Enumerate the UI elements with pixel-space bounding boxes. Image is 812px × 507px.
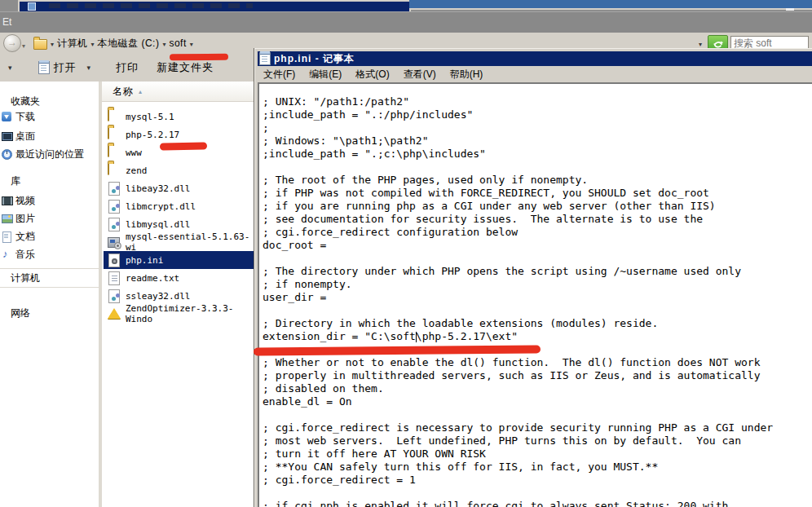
sidebar-group-network[interactable]: 网络 <box>0 306 99 320</box>
ini-file-icon <box>108 254 120 267</box>
notepad-text: ; UNIX: "/path1:/path2" ;include_path = … <box>259 84 812 507</box>
notepad-window: php.ini - 记事本 文件(F) 编辑(E) 格式(O) 查看(V) 帮助… <box>254 48 812 507</box>
installer-icon <box>108 237 120 248</box>
desktop-icon <box>2 130 12 142</box>
dll-file-icon <box>108 218 120 231</box>
text-file-icon <box>108 271 120 285</box>
sidebar-item-downloads[interactable]: 下载 <box>0 109 99 124</box>
dll-file-icon <box>108 182 120 196</box>
explorer-titlebar: Et <box>0 11 812 33</box>
menu-file[interactable]: 文件(F) <box>263 68 295 82</box>
sidebar-item-documents[interactable]: 文档 <box>0 229 99 244</box>
file-row-php-5.2.17[interactable]: php-5.2.17 <box>102 126 254 143</box>
file-row-libmcrypt[interactable]: libmcrypt.dll <box>102 197 254 215</box>
menu-edit[interactable]: 编辑(E) <box>309 68 342 82</box>
documents-icon <box>2 231 12 242</box>
recent-places-icon <box>2 148 12 160</box>
breadcrumb-local-disk-c[interactable]: 本地磁盘 (C:) <box>98 37 160 51</box>
notepad-text-area[interactable]: ; UNIX: "/path1:/path2" ;include_path = … <box>258 82 812 507</box>
background-window-title-text <box>49 3 253 8</box>
chevron-down-icon[interactable]: ▾ <box>162 41 165 48</box>
sidebar-separator <box>0 287 99 288</box>
file-row-libeay32[interactable]: libeay32.dll <box>102 179 254 197</box>
file-row-mysql-5.1[interactable]: mysql-5.1 <box>102 108 254 126</box>
text-caret <box>416 332 417 342</box>
file-row-readme[interactable]: readme.txt <box>102 269 254 287</box>
sidebar-item-recent-places[interactable]: 最近访问的位置 <box>0 147 99 161</box>
sidebar-item-pictures[interactable]: 图片 <box>0 211 99 226</box>
folder-icon <box>108 109 109 121</box>
sidebar-item-desktop[interactable]: 桌面 <box>0 129 99 143</box>
file-row-zendoptimizer[interactable]: ZendOptimizer-3.3.3-Windo <box>102 305 254 323</box>
menu-format[interactable]: 格式(O) <box>355 68 389 82</box>
explorer-titlebar-text: Et <box>2 16 11 28</box>
folder-icon <box>108 127 109 139</box>
sidebar-item-music[interactable]: 音乐 <box>0 247 99 262</box>
sidebar-item-videos[interactable]: 视频 <box>0 193 99 208</box>
annotation-underline-soft <box>170 54 228 61</box>
annotation-underline-php-folder <box>160 142 207 150</box>
forward-button[interactable]: → <box>3 34 21 52</box>
notepad-titlebar[interactable]: php.ini - 记事本 <box>258 51 812 66</box>
breadcrumb-soft[interactable]: soft <box>169 37 186 49</box>
notepad-icon <box>38 61 50 74</box>
download-icon <box>2 111 12 122</box>
breadcrumb-computer[interactable]: 计算机 <box>57 37 88 51</box>
address-dropdown-icon[interactable]: ▾ <box>699 41 702 48</box>
music-icon <box>2 249 12 260</box>
sidebar-separator <box>0 268 99 269</box>
forward-arrow-icon: → <box>7 37 17 48</box>
chevron-down-icon[interactable]: ▾ <box>190 41 193 48</box>
sidebar-group-computer[interactable]: 计算机 <box>0 271 99 285</box>
notepad-menubar: 文件(F) 编辑(E) 格式(O) 查看(V) 帮助(H) <box>258 66 812 82</box>
notepad-icon <box>259 52 271 65</box>
refresh-icon <box>713 37 724 49</box>
pictures-icon <box>2 213 12 224</box>
chevron-down-icon[interactable]: ▾ <box>91 41 95 48</box>
history-dropdown-icon[interactable]: ▾ <box>22 42 25 50</box>
zend-installer-icon <box>108 308 121 319</box>
navigation-pane: 收藏夹 下载 桌面 最近访问的位置 库 视频 图片 文档 音乐 计算机 网络 <box>0 82 99 507</box>
chevron-down-icon[interactable]: ▾ <box>51 41 54 48</box>
column-header-name[interactable]: 名称 ▴ <box>102 82 254 102</box>
sidebar-group-libraries[interactable]: 库 <box>0 174 99 188</box>
folder-icon[interactable] <box>33 39 47 50</box>
sidebar-group-favorites[interactable]: 收藏夹 <box>0 94 99 108</box>
open-button[interactable]: 打开 ▾ <box>33 57 97 78</box>
dll-file-icon <box>108 200 120 214</box>
menu-help[interactable]: 帮助(H) <box>450 68 483 82</box>
menu-view[interactable]: 查看(V) <box>404 68 436 82</box>
print-button[interactable]: 打印 <box>111 57 143 78</box>
sort-ascending-icon: ▴ <box>139 88 143 95</box>
open-dropdown-icon: ▾ <box>87 64 92 72</box>
file-row-libmysql[interactable]: libmysql.dll <box>102 215 254 233</box>
dll-file-icon <box>108 289 120 303</box>
folder-icon <box>108 145 109 157</box>
file-row-mysql-essential[interactable]: mysql-essential-5.1.63-wi <box>102 233 254 251</box>
background-window-edge <box>409 0 812 10</box>
file-row-php-ini[interactable]: php.ini <box>104 251 254 269</box>
background-window-icon <box>28 2 36 11</box>
file-row-zend[interactable]: zend <box>102 161 254 179</box>
folder-icon <box>108 163 109 175</box>
file-row-ssleay32[interactable]: ssleay32.dll <box>102 287 254 305</box>
background-window-control <box>786 8 794 11</box>
notepad-title: php.ini - 记事本 <box>274 52 355 66</box>
organize-dropdown-icon[interactable]: ▾ <box>8 64 12 72</box>
videos-icon <box>2 195 12 206</box>
screen: Et → ▾ ▾ 计算机 ▾ 本地磁盘 (C:) ▾ soft ▾ ▾ ▾ <box>0 0 812 507</box>
